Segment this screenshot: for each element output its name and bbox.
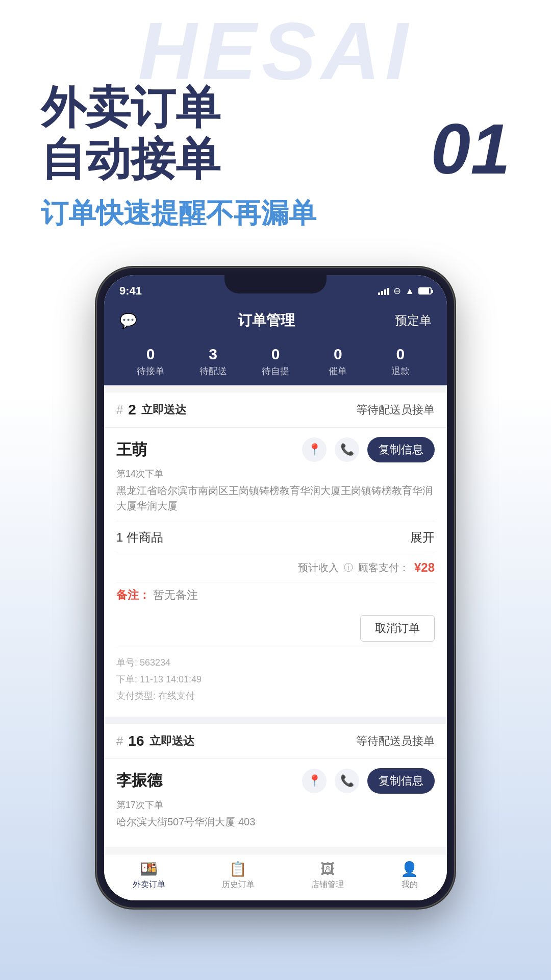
order-card-1: # 2 立即送达 等待配送员接单 王萌 📍 📞 复制信息	[104, 393, 447, 716]
order-2-number: # 16 立即送达	[116, 733, 194, 749]
order-1-actions: 📍 📞 复制信息	[302, 437, 435, 462]
wifi-symbol: ▲	[405, 286, 414, 297]
order-1-header: # 2 立即送达 等待配送员接单	[104, 393, 447, 428]
tab-refund-label: 退款	[391, 365, 410, 377]
battery-icon	[418, 287, 432, 295]
note-label: 备注：	[116, 589, 150, 601]
app-header: 💬 订单管理 预定单 0 待接单 3 待配送 0 待自提	[104, 304, 447, 385]
order-card-2: # 16 立即送达 等待配送员接单 李振德 📍 📞 复制信息	[104, 724, 447, 847]
order-2-address: 哈尔滨大街507号华润大厦 403	[116, 814, 435, 829]
phone-container: 9:41 ⊖ ▲ 💬	[0, 248, 551, 907]
tab-pending-delivery-count: 3	[209, 346, 217, 363]
orders-icon: 🍱	[140, 861, 158, 877]
copy-info-button-2[interactable]: 复制信息	[367, 768, 435, 794]
tab-urge-count: 0	[334, 346, 342, 363]
order-1-time: 下单: 11-13 14:01:49	[116, 671, 435, 688]
order-1-body: 王萌 📍 📞 复制信息 第14次下单 黑龙江省哈尔滨市南岗区王岗镇铸榜教育华润大…	[104, 428, 447, 716]
cancel-order-button-1[interactable]: 取消订单	[360, 615, 435, 642]
phone-notch	[224, 275, 327, 293]
tab-pending-delivery-label: 待配送	[199, 365, 227, 377]
nav-store-label: 店铺管理	[311, 879, 344, 890]
tab-urge[interactable]: 0 催单	[307, 346, 369, 377]
hero-number: 01	[431, 113, 510, 185]
note-text: 暂无备注	[153, 589, 198, 601]
hero-line2: 自动接单	[41, 133, 220, 185]
phone-icon[interactable]: 📞	[335, 437, 359, 462]
order-2-customer-row: 李振德 📍 📞 复制信息	[116, 768, 435, 794]
reservation-link[interactable]: 预定单	[395, 312, 432, 329]
header-title: 订单管理	[238, 311, 295, 330]
order-2-num-value: 16	[128, 733, 144, 749]
phone-icon-2[interactable]: 📞	[335, 769, 359, 793]
order-hash: #	[116, 403, 123, 417]
order-1-customer-name: 王萌	[116, 439, 147, 460]
order-hash-2: #	[116, 734, 123, 748]
nav-history-label: 历史订单	[222, 879, 255, 890]
tab-pending-accept[interactable]: 0 待接单	[119, 346, 182, 377]
store-icon: 🖼	[320, 861, 335, 877]
phone-inner: 9:41 ⊖ ▲ 💬	[104, 275, 447, 900]
signal-icon	[378, 287, 389, 295]
bottom-nav: 🍱 外卖订单 📋 历史订单 🖼 店铺管理 👤 我的	[104, 854, 447, 900]
order-1-items-row: 1 件商品 展开	[116, 522, 435, 553]
tab-self-pickup-label: 待自提	[262, 365, 289, 377]
nav-item-profile[interactable]: 👤 我的	[400, 861, 418, 890]
order-1-expand[interactable]: 展开	[410, 529, 435, 546]
phone-mockup: 9:41 ⊖ ▲ 💬	[97, 268, 454, 907]
order-2-count: 第17次下单	[116, 799, 435, 811]
order-1-status: 等待配送员接单	[356, 402, 435, 418]
hero-line1: 外卖订单	[41, 82, 220, 133]
order-1-num-value: 2	[128, 402, 136, 418]
status-icons: ⊖ ▲	[378, 285, 432, 297]
order-1-count: 第14次下单	[116, 468, 435, 480]
tab-pending-accept-label: 待接单	[137, 365, 164, 377]
hero-title: 外卖订单 自动接单 01	[41, 82, 510, 185]
nav-orders-label: 外卖订单	[133, 879, 165, 890]
app-content: # 2 立即送达 等待配送员接单 王萌 📍 📞 复制信息	[104, 393, 447, 846]
order-1-note: 备注： 暂无备注	[116, 589, 198, 601]
hero-section: 外卖订单 自动接单 01 订单快速提醒不再漏单	[0, 0, 551, 248]
copy-info-button-1[interactable]: 复制信息	[367, 437, 435, 462]
status-time: 9:41	[119, 284, 142, 298]
order-1-address: 黑龙江省哈尔滨市南岗区王岗镇铸榜教育华润大厦王岗镇铸榜教育华润大厦华润大厦	[116, 483, 435, 513]
order-2-customer-name: 李振德	[116, 770, 162, 791]
order-1-number: # 2 立即送达	[116, 402, 186, 418]
header-top: 💬 订单管理 预定单	[119, 311, 432, 330]
nav-item-orders[interactable]: 🍱 外卖订单	[133, 861, 165, 890]
location-icon-2[interactable]: 📍	[302, 769, 327, 793]
tab-self-pickup[interactable]: 0 待自提	[244, 346, 307, 377]
tab-urge-label: 催单	[329, 365, 347, 377]
message-icon[interactable]: 💬	[119, 312, 137, 329]
order-1-type: 立即送达	[141, 402, 186, 418]
order-2-actions: 📍 📞 复制信息	[302, 768, 435, 794]
tab-pending-accept-count: 0	[146, 346, 155, 363]
location-icon[interactable]: 📍	[302, 437, 327, 462]
order-1-note-row: 备注： 暂无备注	[116, 582, 435, 608]
tab-refund-count: 0	[396, 346, 405, 363]
order-1-meta: 单号: 563234 下单: 11-13 14:01:49 支付类型: 在线支付	[116, 649, 435, 707]
nav-profile-label: 我的	[402, 879, 418, 890]
wifi-icon: ⊖	[393, 285, 401, 297]
order-1-payment-row: 预计收入 ⓘ 顾客支付： ¥28	[116, 553, 435, 582]
history-icon: 📋	[229, 861, 247, 877]
hero-subtitle: 订单快速提醒不再漏单	[41, 195, 510, 232]
profile-icon: 👤	[400, 861, 418, 877]
hero-title-left: 外卖订单 自动接单	[41, 82, 220, 185]
order-2-status: 等待配送员接单	[356, 733, 435, 749]
order-1-amount: ¥28	[414, 560, 435, 575]
order-1-actions-row: 取消订单	[116, 608, 435, 649]
order-2-body: 李振德 📍 📞 复制信息 第17次下单 哈尔滨大街507号华润大厦 403	[104, 759, 447, 847]
tab-self-pickup-count: 0	[271, 346, 280, 363]
nav-item-store[interactable]: 🖼 店铺管理	[311, 861, 344, 890]
order-1-payment-label: 预计收入	[298, 561, 339, 575]
nav-item-history[interactable]: 📋 历史订单	[222, 861, 255, 890]
order-1-id: 单号: 563234	[116, 654, 435, 671]
tab-pending-delivery[interactable]: 3 待配送	[182, 346, 244, 377]
order-2-header: # 16 立即送达 等待配送员接单	[104, 724, 447, 759]
order-1-customer-payment-label: 顾客支付：	[358, 561, 409, 575]
order-1-customer-row: 王萌 📍 📞 复制信息	[116, 437, 435, 462]
order-1-items-label: 1 件商品	[116, 529, 163, 546]
order-1-payment-type: 支付类型: 在线支付	[116, 688, 435, 704]
info-icon: ⓘ	[344, 561, 353, 574]
tab-refund[interactable]: 0 退款	[369, 346, 432, 377]
